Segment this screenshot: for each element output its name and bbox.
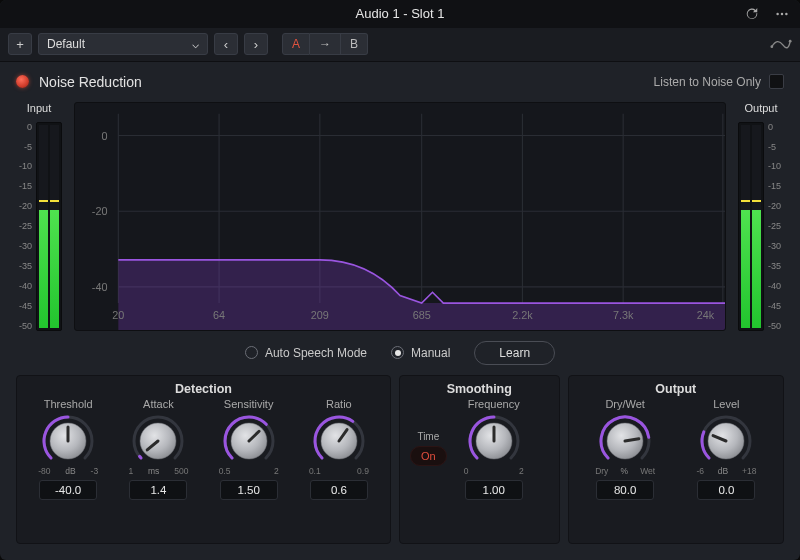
detection-attack-knob[interactable] <box>131 414 185 468</box>
detection-sensitivity-label: Sensitivity <box>224 398 274 410</box>
smoothing-frequency: Frequency 02 1.00 <box>455 398 533 500</box>
output-dry-wet: Dry/Wet Dry%Wet 80.0 <box>586 398 664 535</box>
input-meter: Input 0-5-10-15-20-25-30-35-40-45-50 <box>16 102 62 331</box>
detection-threshold: Threshold -80dB-3 -40.0 <box>29 398 107 535</box>
detection-threshold-knob[interactable] <box>41 414 95 468</box>
detection-attack: Attack 1ms500 1.4 <box>119 398 197 535</box>
preset-prev-button[interactable]: ‹ <box>214 33 238 55</box>
svg-text:24k: 24k <box>697 309 715 321</box>
time-label: Time <box>417 431 439 442</box>
svg-point-0 <box>776 13 778 15</box>
learn-button[interactable]: Learn <box>474 341 555 365</box>
preset-next-button[interactable]: › <box>244 33 268 55</box>
detection-sensitivity: Sensitivity 0.52 1.50 <box>210 398 288 535</box>
detection-attack-label: Attack <box>143 398 174 410</box>
output-title: Output <box>569 376 783 398</box>
svg-text:685: 685 <box>413 309 431 321</box>
output-meter-scale: 0-5-10-15-20-25-30-35-40-45-50 <box>766 122 784 331</box>
detection-ratio: Ratio 0.10.9 0.6 <box>300 398 378 535</box>
output-dry-wet-knob[interactable] <box>598 414 652 468</box>
ab-compare: A → B <box>282 33 368 55</box>
svg-point-1 <box>781 13 783 15</box>
smoothing-frequency-value[interactable]: 1.00 <box>465 480 523 500</box>
detection-ratio-value[interactable]: 0.6 <box>310 480 368 500</box>
preset-select[interactable]: Default ⌵ <box>38 33 208 55</box>
output-meter-label: Output <box>744 102 777 114</box>
smoothing-title: Smoothing <box>400 376 559 398</box>
auto-speech-radio[interactable]: Auto Speech Mode <box>245 346 367 360</box>
output-dry-wet-label: Dry/Wet <box>605 398 645 410</box>
svg-text:-40: -40 <box>92 281 108 293</box>
output-level-value[interactable]: 0.0 <box>697 480 755 500</box>
output-panel: Output Dry/Wet Dry%Wet 80.0 Level <box>568 375 784 544</box>
mode-row: Auto Speech Mode Manual Learn <box>0 331 800 375</box>
detection-title: Detection <box>17 376 390 398</box>
chevron-down-icon: ⌵ <box>192 37 199 51</box>
ab-copy-button[interactable]: → <box>310 33 341 55</box>
window-title: Audio 1 - Slot 1 <box>356 6 445 21</box>
output-level-label: Level <box>713 398 739 410</box>
listen-noise-label: Listen to Noise Only <box>654 75 761 89</box>
reset-icon[interactable] <box>740 4 764 24</box>
detection-panel: Detection Threshold -80dB-3 -40.0 Attack <box>16 375 391 544</box>
more-icon[interactable] <box>770 4 794 24</box>
manual-radio[interactable]: Manual <box>391 346 450 360</box>
detection-threshold-label: Threshold <box>44 398 93 410</box>
ab-a-button[interactable]: A <box>282 33 310 55</box>
svg-text:7.3k: 7.3k <box>613 309 634 321</box>
svg-text:64: 64 <box>213 309 225 321</box>
detection-ratio-knob[interactable] <box>312 414 366 468</box>
svg-text:2.2k: 2.2k <box>512 309 533 321</box>
output-level-knob[interactable] <box>699 414 753 468</box>
ab-b-button[interactable]: B <box>341 33 368 55</box>
listen-noise-checkbox[interactable] <box>769 74 784 89</box>
detection-sensitivity-value[interactable]: 1.50 <box>220 480 278 500</box>
preset-name: Default <box>47 37 85 51</box>
input-meter-scale: 0-5-10-15-20-25-30-35-40-45-50 <box>16 122 34 331</box>
svg-point-3 <box>770 45 773 48</box>
svg-text:-20: -20 <box>92 205 108 217</box>
add-preset-button[interactable]: + <box>8 33 32 55</box>
noise-profile-graph[interactable]: 0 -20 -40 20 64 209 685 2.2k 7.3k 24k <box>74 102 726 331</box>
titlebar: Audio 1 - Slot 1 <box>0 0 800 28</box>
svg-point-2 <box>785 13 787 15</box>
output-meter: Output 0-5-10-15-20-25-30-35-40-45-50 <box>738 102 784 331</box>
svg-text:0: 0 <box>101 129 107 141</box>
input-meter-label: Input <box>27 102 51 114</box>
svg-text:209: 209 <box>311 309 329 321</box>
detection-threshold-value[interactable]: -40.0 <box>39 480 97 500</box>
smoothing-frequency-label: Frequency <box>468 398 520 410</box>
svg-point-4 <box>789 40 792 43</box>
detection-attack-value[interactable]: 1.4 <box>129 480 187 500</box>
preset-bar: + Default ⌵ ‹ › A → B <box>0 28 800 62</box>
svg-text:20: 20 <box>112 309 124 321</box>
output-level: Level -6dB+18 0.0 <box>687 398 765 535</box>
detection-sensitivity-knob[interactable] <box>222 414 276 468</box>
power-button-icon[interactable] <box>16 75 29 88</box>
detection-ratio-label: Ratio <box>326 398 352 410</box>
smoothing-panel: Smoothing Time On Frequency 02 1.00 <box>399 375 560 544</box>
output-dry-wet-value[interactable]: 80.0 <box>596 480 654 500</box>
routing-icon[interactable] <box>770 35 792 54</box>
time-on-toggle[interactable]: On <box>410 446 447 466</box>
effect-title: Noise Reduction <box>39 74 142 90</box>
smoothing-frequency-knob[interactable] <box>467 414 521 468</box>
effect-header: Noise Reduction Listen to Noise Only <box>0 62 800 102</box>
